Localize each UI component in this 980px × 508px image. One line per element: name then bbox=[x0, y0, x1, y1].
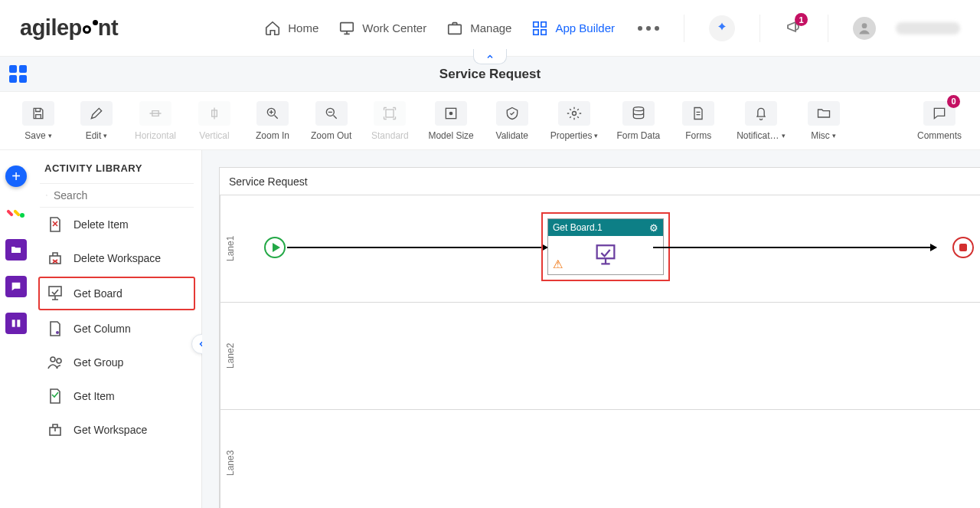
edge-node-to-end bbox=[653, 247, 936, 248]
panel-icon bbox=[10, 317, 22, 329]
comments-button[interactable]: 0 Comments bbox=[913, 98, 966, 144]
app-launcher[interactable] bbox=[709, 15, 735, 41]
lane-2[interactable]: Lane2 bbox=[220, 303, 980, 410]
nav-appbuilder-label: App Builder bbox=[555, 21, 615, 34]
add-button[interactable]: + bbox=[5, 166, 27, 187]
zoom-model-button[interactable]: Model Size bbox=[423, 98, 478, 144]
properties-button[interactable]: Properties▾ bbox=[546, 98, 603, 144]
zoom-standard-button: Standard bbox=[365, 98, 414, 144]
node-settings-button[interactable]: ⚙ bbox=[649, 222, 658, 234]
svg-point-13 bbox=[633, 107, 643, 110]
comment-icon bbox=[932, 106, 947, 121]
edit-button[interactable]: Edit▾ bbox=[72, 98, 121, 144]
misc-button[interactable]: Misc▾ bbox=[799, 98, 848, 144]
user-icon bbox=[857, 21, 872, 36]
activity-node-get-board[interactable]: Get Board.1 ⚙ ⚠ bbox=[547, 218, 664, 275]
activity-icon bbox=[46, 215, 64, 234]
activity-item-get-workspace[interactable]: Get Workspace bbox=[40, 413, 194, 447]
lane-3[interactable]: Lane3 bbox=[220, 410, 980, 508]
chevron-up-icon bbox=[485, 52, 495, 61]
zoom-in-icon bbox=[265, 106, 280, 121]
toolbar: Save▾ Edit▾ Horizontal Vertical Zoom In … bbox=[0, 92, 980, 150]
svg-rect-1 bbox=[449, 25, 462, 34]
notifications-button-tool[interactable]: Notificat…▾ bbox=[732, 98, 789, 144]
bell-icon bbox=[753, 106, 769, 121]
activity-item-get-column[interactable]: Get Column bbox=[40, 312, 194, 346]
activity-item-get-group[interactable]: Get Group bbox=[40, 346, 194, 379]
align-vertical-button: Vertical bbox=[190, 98, 239, 144]
svg-point-21 bbox=[57, 359, 61, 363]
nav-workcenter[interactable]: Work Center bbox=[338, 20, 426, 37]
activity-label: Get Column bbox=[74, 323, 131, 335]
activity-icon bbox=[46, 387, 64, 405]
svg-rect-5 bbox=[541, 29, 546, 34]
nav-more[interactable] bbox=[638, 26, 659, 31]
zoom-in-button[interactable]: Zoom In bbox=[248, 98, 297, 144]
svg-rect-23 bbox=[597, 245, 615, 258]
activity-label: Delete Workspace bbox=[74, 252, 161, 264]
activity-item-get-item[interactable]: Get Item bbox=[40, 379, 194, 413]
svg-point-11 bbox=[449, 112, 452, 114]
activity-item-delete-workspace[interactable]: Delete Workspace bbox=[40, 241, 194, 275]
rail-panel-button[interactable] bbox=[5, 313, 27, 334]
search-icon bbox=[46, 188, 47, 202]
nav-manage[interactable]: Manage bbox=[446, 20, 511, 37]
separator bbox=[828, 15, 828, 42]
chat-filled-icon bbox=[10, 280, 22, 293]
activity-icon bbox=[46, 353, 64, 372]
svg-rect-15 bbox=[17, 320, 20, 326]
activity-label: Get Workspace bbox=[74, 424, 147, 436]
title-bar: Service Request bbox=[0, 57, 980, 92]
lane-3-label: Lane3 bbox=[220, 410, 240, 508]
activity-icon bbox=[46, 320, 64, 338]
separator bbox=[684, 15, 684, 42]
nav-home[interactable]: Home bbox=[264, 20, 318, 37]
svg-point-19 bbox=[56, 331, 59, 334]
start-node[interactable] bbox=[264, 237, 286, 258]
edge-start-to-node bbox=[287, 247, 547, 248]
home-icon bbox=[264, 20, 281, 37]
svg-rect-3 bbox=[541, 21, 546, 26]
canvas-area: Service Request Lane1 Get Board.1 ⚙ bbox=[202, 150, 980, 508]
user-name bbox=[896, 22, 960, 34]
save-button[interactable]: Save▾ bbox=[14, 98, 63, 144]
activity-item-get-board[interactable]: Get Board bbox=[38, 277, 195, 310]
activity-item-delete-item[interactable]: Delete Item bbox=[40, 208, 194, 241]
collapse-header-button[interactable] bbox=[473, 49, 507, 64]
align-horizontal-icon bbox=[148, 106, 163, 121]
end-node[interactable] bbox=[952, 237, 974, 258]
save-icon bbox=[31, 106, 46, 121]
validate-button[interactable]: Validate bbox=[488, 98, 537, 144]
apps-switcher[interactable] bbox=[9, 65, 27, 83]
monday-integration-button[interactable] bbox=[5, 202, 27, 224]
activity-icon bbox=[46, 421, 64, 439]
lane-1[interactable]: Lane1 Get Board.1 ⚙ ⚠ bbox=[220, 195, 980, 303]
library-search[interactable] bbox=[40, 183, 194, 208]
process-canvas[interactable]: Service Request Lane1 Get Board.1 ⚙ bbox=[219, 167, 980, 508]
align-vertical-icon bbox=[207, 106, 222, 121]
node-title: Get Board.1 bbox=[553, 222, 603, 233]
svg-rect-4 bbox=[534, 29, 538, 34]
nav-appbuilder[interactable]: App Builder bbox=[531, 20, 615, 37]
rail-folder-button[interactable] bbox=[5, 239, 27, 261]
left-rail: + bbox=[0, 150, 32, 508]
nav-workcenter-label: Work Center bbox=[362, 21, 426, 34]
form-data-button[interactable]: Form Data bbox=[612, 98, 665, 144]
zoom-out-button[interactable]: Zoom Out bbox=[306, 98, 356, 144]
activity-label: Get Item bbox=[74, 390, 115, 402]
forms-button[interactable]: Forms bbox=[674, 98, 723, 144]
user-avatar[interactable] bbox=[853, 17, 876, 40]
notification-badge: 1 bbox=[795, 13, 808, 26]
database-icon bbox=[631, 106, 646, 121]
activity-label: Get Board bbox=[74, 287, 122, 300]
fit-standard-icon bbox=[382, 106, 397, 121]
folder-icon bbox=[816, 106, 831, 121]
form-icon bbox=[691, 106, 706, 121]
folder-filled-icon bbox=[10, 244, 22, 256]
search-input[interactable] bbox=[54, 189, 188, 202]
comments-badge: 0 bbox=[947, 95, 960, 108]
notifications-button[interactable]: 1 bbox=[785, 18, 803, 38]
nav-home-label: Home bbox=[288, 21, 318, 34]
zoom-out-icon bbox=[324, 106, 339, 121]
rail-chat-button[interactable] bbox=[5, 276, 27, 297]
